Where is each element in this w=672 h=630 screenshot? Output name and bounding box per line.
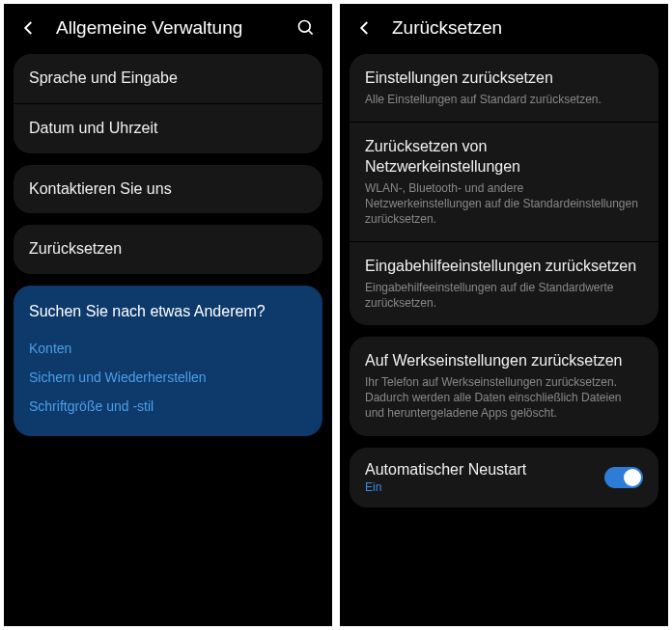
item-reset[interactable]: Zurücksetzen xyxy=(14,225,322,274)
settings-group-2: Kontaktieren Sie uns xyxy=(14,165,322,214)
item-factory-reset[interactable]: Auf Werkseinstellungen zurücksetzen Ihr … xyxy=(350,337,658,435)
page-title: Allgemeine Verwaltung xyxy=(56,17,278,39)
back-icon[interactable] xyxy=(355,18,375,38)
auto-restart-switch[interactable] xyxy=(604,467,643,488)
item-reset-network[interactable]: Zurücksetzen von Netzwerkeinstellungen W… xyxy=(350,123,658,241)
item-reset-accessibility[interactable]: Eingabehilfeeinstellungen zurücksetzen E… xyxy=(350,242,658,325)
suggest-link-accounts[interactable]: Konten xyxy=(29,334,307,363)
suggestions-heading: Suchen Sie nach etwas Anderem? xyxy=(29,303,307,320)
header-left: Allgemeine Verwaltung xyxy=(4,4,332,48)
content-left: Sprache und Eingabe Datum und Uhrzeit Ko… xyxy=(4,48,332,626)
svg-line-1 xyxy=(309,31,313,35)
toggle-group: Automatischer Neustart Ein xyxy=(350,448,658,507)
suggestions-card: Suchen Sie nach etwas Anderem? Konten Si… xyxy=(14,286,322,436)
svg-point-0 xyxy=(299,21,311,33)
suggest-link-font[interactable]: Schriftgröße und -stil xyxy=(29,392,307,421)
item-language-input[interactable]: Sprache und Eingabe xyxy=(14,54,322,103)
back-icon[interactable] xyxy=(19,18,39,38)
item-reset-settings[interactable]: Einstellungen zurücksetzen Alle Einstell… xyxy=(350,54,658,122)
item-date-time[interactable]: Datum und Uhrzeit xyxy=(14,104,322,153)
toggle-status: Ein xyxy=(365,480,604,494)
page-title: Zurücksetzen xyxy=(392,17,653,39)
phone-right: Zurücksetzen Einstellungen zurücksetzen … xyxy=(340,4,668,626)
suggest-link-backup[interactable]: Sichern und Wiederherstellen xyxy=(29,363,307,392)
phone-left: Allgemeine Verwaltung Sprache und Eingab… xyxy=(4,4,332,626)
item-contact-us[interactable]: Kontaktieren Sie uns xyxy=(14,165,322,214)
settings-group-3: Zurücksetzen xyxy=(14,225,322,274)
search-icon[interactable] xyxy=(295,17,317,39)
toggle-title: Automatischer Neustart xyxy=(365,461,604,479)
item-auto-restart[interactable]: Automatischer Neustart Ein xyxy=(350,448,658,507)
reset-group-2: Auf Werkseinstellungen zurücksetzen Ihr … xyxy=(350,337,658,435)
settings-group-1: Sprache und Eingabe Datum und Uhrzeit xyxy=(14,54,322,153)
header-right: Zurücksetzen xyxy=(340,4,668,48)
reset-group-1: Einstellungen zurücksetzen Alle Einstell… xyxy=(350,54,658,325)
content-right: Einstellungen zurücksetzen Alle Einstell… xyxy=(340,48,668,626)
